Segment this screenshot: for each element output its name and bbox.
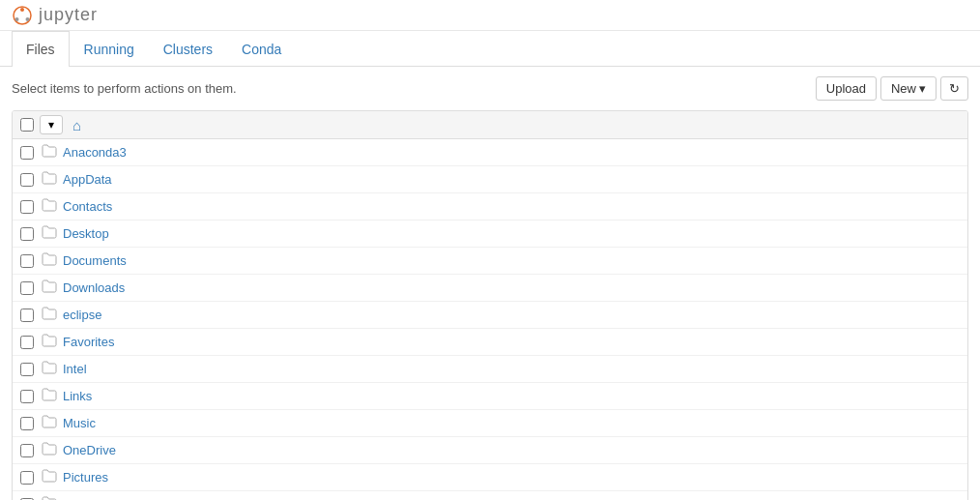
tab-conda[interactable]: Conda [227, 31, 296, 67]
list-item: Contacts [13, 193, 967, 221]
folder-icon [42, 279, 57, 296]
file-link[interactable]: Anaconda3 [63, 145, 127, 160]
file-checkbox[interactable] [20, 146, 34, 160]
folder-icon [42, 171, 57, 188]
tab-clusters[interactable]: Clusters [149, 31, 227, 67]
toolbar-buttons: Upload New ▾ ↻ [816, 76, 968, 101]
file-list-container: ▾ ⌂ Anaconda3AppDataContactsDesktopDocum… [12, 110, 968, 500]
file-checkbox[interactable] [20, 471, 34, 485]
folder-icon [42, 469, 57, 485]
folder-icon [42, 442, 57, 458]
file-link[interactable]: eclipse [63, 308, 101, 322]
folder-icon [42, 225, 57, 242]
folder-icon [42, 496, 57, 500]
file-link[interactable]: Contacts [63, 199, 112, 214]
breadcrumb-dropdown-icon: ▾ [48, 118, 54, 132]
file-link[interactable]: Links [63, 389, 92, 403]
list-item: Desktop [13, 221, 967, 248]
file-rows: Anaconda3AppDataContactsDesktopDocuments… [13, 139, 967, 500]
list-item: Anaconda3 [13, 139, 967, 166]
list-item: eclipse [13, 302, 967, 329]
tab-files[interactable]: Files [12, 31, 70, 67]
folder-icon [42, 252, 57, 269]
new-dropdown-icon: ▾ [919, 81, 926, 96]
file-link[interactable]: Music [63, 416, 96, 430]
list-item: Documents [13, 248, 967, 275]
folder-icon [42, 415, 57, 431]
content: Select items to perform actions on them.… [0, 67, 980, 500]
list-item: Links [13, 383, 967, 410]
select-message: Select items to perform actions on them. [12, 81, 237, 96]
tab-running[interactable]: Running [70, 31, 149, 67]
folder-icon [42, 144, 57, 161]
select-all-checkbox[interactable] [20, 118, 34, 132]
file-checkbox[interactable] [20, 227, 34, 241]
file-checkbox[interactable] [20, 200, 34, 214]
list-item: Downloads [13, 275, 967, 302]
file-link[interactable]: AppData [63, 172, 112, 187]
tabs-bar: Files Running Clusters Conda [0, 31, 980, 67]
file-link[interactable]: Intel [63, 362, 87, 376]
file-link[interactable]: OneDrive [63, 443, 116, 457]
list-item: OneDrive [13, 437, 967, 464]
folder-icon [42, 198, 57, 215]
svg-point-3 [26, 17, 30, 21]
jupyter-logo-icon [12, 5, 33, 26]
new-button[interactable]: New ▾ [880, 76, 937, 101]
home-button[interactable]: ⌂ [69, 117, 85, 133]
refresh-icon: ↻ [949, 81, 960, 96]
folder-icon [42, 361, 57, 377]
new-button-label: New [891, 81, 916, 96]
toolbar-row: Select items to perform actions on them.… [12, 76, 968, 101]
file-checkbox[interactable] [20, 444, 34, 457]
home-icon: ⌂ [72, 117, 81, 133]
file-checkbox[interactable] [20, 363, 34, 376]
file-link[interactable]: Downloads [63, 280, 125, 295]
logo[interactable]: jupyter [12, 5, 98, 26]
path-dropdown-button[interactable]: ▾ [40, 115, 63, 134]
folder-icon [42, 388, 57, 404]
list-item: AppData [13, 166, 967, 193]
file-checkbox[interactable] [20, 173, 34, 187]
upload-button[interactable]: Upload [816, 76, 877, 101]
list-item: Intel [13, 356, 967, 383]
file-list-toolbar: ▾ ⌂ [13, 111, 967, 139]
folder-icon [42, 334, 57, 350]
file-checkbox[interactable] [20, 281, 34, 295]
list-item: Pictures [13, 464, 967, 491]
file-checkbox[interactable] [20, 417, 34, 430]
svg-point-1 [20, 8, 24, 12]
logo-text: jupyter [39, 5, 98, 25]
file-link[interactable]: Documents [63, 253, 127, 268]
list-item: Favorites [13, 329, 967, 356]
file-checkbox[interactable] [20, 336, 34, 349]
file-checkbox[interactable] [20, 254, 34, 268]
svg-point-2 [15, 17, 19, 21]
folder-icon [42, 307, 57, 323]
file-link[interactable]: Desktop [63, 226, 109, 241]
list-item: Music [13, 410, 967, 437]
header: jupyter [0, 0, 980, 31]
file-checkbox[interactable] [20, 390, 34, 403]
list-item: Saved Games [13, 491, 967, 500]
file-link[interactable]: Pictures [63, 470, 108, 485]
file-link[interactable]: Favorites [63, 335, 114, 349]
refresh-button[interactable]: ↻ [940, 76, 968, 101]
file-checkbox[interactable] [20, 309, 34, 322]
